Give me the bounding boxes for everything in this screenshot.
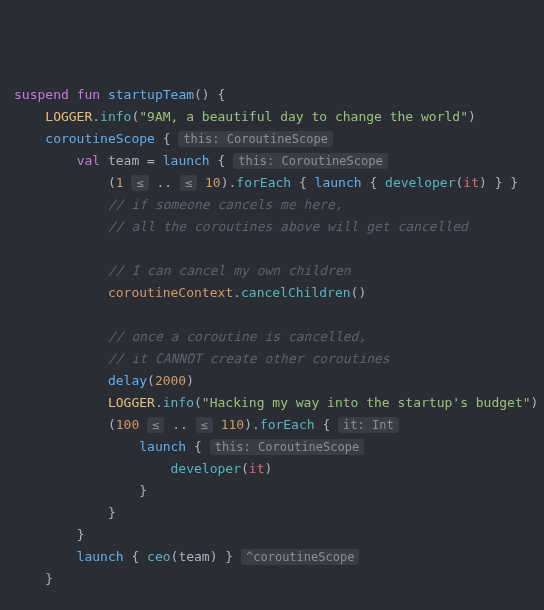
inlay-hint: this: CoroutineScope [210, 439, 365, 455]
inlay-hint: ^coroutineScope [241, 549, 359, 565]
op-le-icon: ≤ [147, 417, 164, 433]
line-14: delay(2000) [14, 373, 194, 388]
line-9: // I can cancel my own children [14, 263, 351, 278]
line-6: // if someone cancels me here, [14, 197, 343, 212]
line-10: coroutineContext.cancelChildren() [14, 285, 366, 300]
line-7: // all the coroutines above will get can… [14, 219, 468, 234]
line-5: (1 ≤ .. ≤ 10).forEach { launch { develop… [14, 175, 518, 190]
line-21: } [14, 527, 84, 542]
line-15: LOGGER.info("Hacking my way into the sta… [14, 395, 538, 410]
line-12: // once a coroutine is cancelled, [14, 329, 366, 344]
line-22: launch { ceo(team) } ^coroutineScope [14, 549, 359, 564]
line-19: } [14, 483, 147, 498]
inlay-hint: this: CoroutineScope [178, 131, 333, 147]
line-23: } [14, 571, 53, 586]
line-18: developer(it) [14, 461, 272, 476]
line-8 [14, 241, 22, 256]
line-20: } [14, 505, 116, 520]
inlay-hint: this: CoroutineScope [233, 153, 388, 169]
op-le-icon: ≤ [180, 175, 197, 191]
op-le-icon: ≤ [131, 175, 148, 191]
op-le-icon: ≤ [196, 417, 213, 433]
line-16: (100 ≤ .. ≤ 110).forEach { it: Int [14, 417, 399, 432]
code-editor: suspend fun startupTeam() { LOGGER.info(… [14, 84, 530, 610]
line-11 [14, 307, 22, 322]
line-4: val team = launch { this: CoroutineScope [14, 153, 388, 168]
line-2: LOGGER.info("9AM, a beautiful day to cha… [14, 109, 476, 124]
line-1: suspend fun startupTeam() { [14, 87, 225, 102]
line-3: coroutineScope { this: CoroutineScope [14, 131, 333, 146]
line-17: launch { this: CoroutineScope [14, 439, 364, 454]
inlay-hint: it: Int [338, 417, 399, 433]
line-24 [14, 593, 22, 608]
line-13: // it CANNOT create other coroutines [14, 351, 390, 366]
